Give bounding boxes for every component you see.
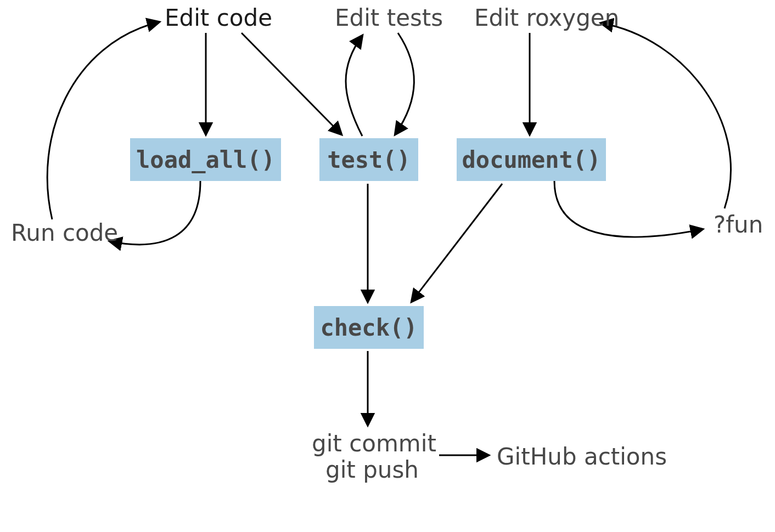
edge-runcode-editcode bbox=[47, 22, 159, 219]
node-edit-roxygen: Edit roxygen bbox=[474, 4, 619, 31]
edge-document-check bbox=[412, 184, 502, 302]
node-check: check() bbox=[314, 306, 424, 349]
node-edit-tests: Edit tests bbox=[335, 4, 443, 31]
node-run-code: Run code bbox=[11, 219, 118, 246]
node-fun-help: ?fun bbox=[714, 211, 763, 238]
edge-document-fun bbox=[554, 181, 703, 237]
node-test-label: test() bbox=[327, 146, 411, 173]
node-load-all-label: load_all() bbox=[136, 146, 275, 173]
node-document-label: document() bbox=[462, 146, 601, 173]
node-check-label: check() bbox=[320, 314, 417, 341]
node-test: test() bbox=[319, 138, 418, 181]
node-git-line1: git commit bbox=[312, 430, 436, 457]
node-github-actions: GitHub actions bbox=[497, 443, 667, 470]
edge-test-edittests bbox=[346, 36, 362, 136]
node-git-line2: git push bbox=[325, 456, 419, 483]
node-document: document() bbox=[457, 138, 606, 181]
edge-editcode-test bbox=[242, 33, 341, 134]
edge-edittests-test bbox=[395, 33, 414, 134]
edge-loadall-runcode bbox=[110, 181, 200, 245]
node-load-all: load_all() bbox=[130, 138, 281, 181]
node-edit-code: Edit code bbox=[165, 4, 272, 31]
edge-fun-editroxygen bbox=[601, 23, 731, 208]
node-git: git commit git push bbox=[312, 431, 433, 484]
